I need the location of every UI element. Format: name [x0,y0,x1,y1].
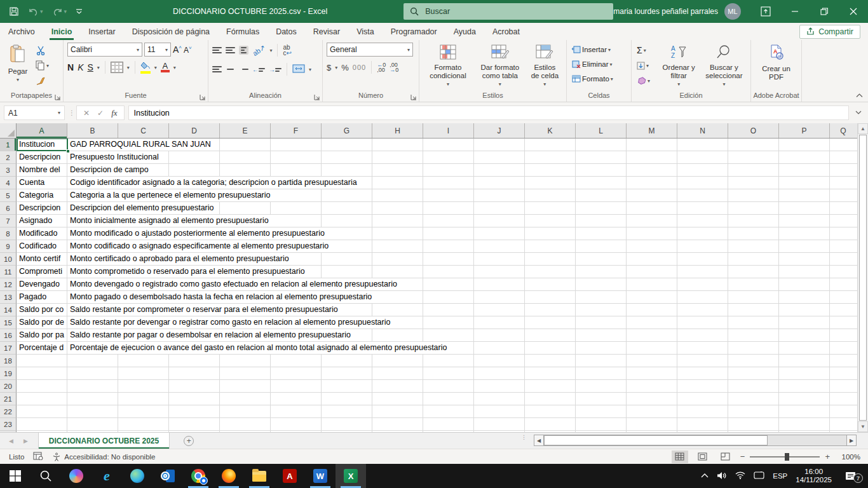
tab-f-rmulas[interactable]: Fórmulas [218,23,268,40]
row-cells-10[interactable]: Monto certifMonto certificado o aprobado… [17,253,868,266]
row-cells-4[interactable]: CuentaCodigo identificador asignado a la… [17,177,868,189]
format-as-table-button[interactable]: Dar formato como tabla ▾ [475,43,525,91]
clear-icon[interactable]: ▾ [635,74,656,87]
tab-insertar[interactable]: Insertar [80,23,123,40]
underline-icon[interactable]: S [87,62,93,72]
row-cells-13[interactable]: PagadoMonto pagado o desembolsado hasta … [17,291,868,304]
align-left-icon[interactable] [212,66,222,72]
row-header-12[interactable]: 12 [0,278,17,291]
cell-B3[interactable]: Descripcion de campo [70,164,151,176]
cell-A10[interactable]: Monto certif [19,253,66,265]
zoom-slider[interactable]: − + [740,452,830,461]
insert-cells-button[interactable]: Insertar▾ [571,43,627,56]
copy-icon[interactable]: ▾ [34,59,50,72]
cell-A13[interactable]: Pagado [19,291,66,303]
cell-B15[interactable]: Saldo restante por devengar o registrar … [70,316,392,329]
sheet-prev-icon[interactable]: ◀ [9,438,13,444]
cell-A6[interactable]: Descripcion [19,202,66,214]
normal-view-icon[interactable] [672,451,688,463]
increase-decimal-icon[interactable]: ←0,00 [377,62,386,72]
merge-center-icon[interactable] [292,64,305,75]
cell-B14[interactable]: Saldo restante por comprometer o reserva… [70,304,340,316]
cell-B5[interactable]: Categoria a la que pertenece el elemento… [70,189,273,201]
fill-handle[interactable] [66,149,70,153]
scroll-right-icon[interactable]: ▶ [846,435,857,446]
row-header-8[interactable]: 8 [0,227,17,240]
decrease-indent-icon[interactable]: ← [252,66,265,73]
cell-A11[interactable]: Comprometi [19,266,66,278]
column-header-d[interactable]: D [169,123,220,138]
comma-style-icon[interactable]: 000 [353,64,366,71]
font-dialog-launcher[interactable] [200,93,206,100]
row-cells-22[interactable] [17,405,868,418]
cell-A14[interactable]: Saldo por co [19,304,66,316]
cell-B8[interactable]: Monto modificado o ajustado posteriormen… [70,227,327,240]
taskbar-excel-icon[interactable]: X [336,464,366,488]
cell-B4[interactable]: Codigo identificador asignado a la categ… [70,177,359,189]
cell-A9[interactable]: Codificado [19,240,66,252]
tab-disposici-n-de-p-gina[interactable]: Disposición de página [124,23,218,40]
row-header-11[interactable]: 11 [0,266,17,278]
row-header-13[interactable]: 13 [0,291,17,304]
row-cells-19[interactable] [17,367,868,380]
tab-archivo[interactable]: Archivo [0,23,43,40]
row-cells-5[interactable]: CategoriaCategoria a la que pertenece el… [17,189,868,202]
close-button[interactable] [839,0,868,23]
taskbar-search-icon[interactable] [31,464,61,488]
row-header-1[interactable]: 1 [0,139,17,151]
row-cells-7[interactable]: AsignadoMonto inicialmente asignado al e… [17,215,868,227]
align-center-icon[interactable] [226,66,235,72]
tab-datos[interactable]: Datos [268,23,305,40]
row-header-10[interactable]: 10 [0,253,17,266]
row-cells-1[interactable]: InstitucionGAD PARROQUIAL RURAL SAN JUAN [17,139,868,151]
currency-icon[interactable]: $ [327,63,331,72]
wifi-icon[interactable] [735,471,745,480]
row-cells-21[interactable] [17,393,868,405]
percent-icon[interactable]: % [341,63,349,72]
column-header-b[interactable]: B [67,123,118,138]
row-cells-16[interactable]: Saldo por paSaldo restante por pagar o d… [17,329,868,342]
fill-icon[interactable]: ▾ [635,59,656,72]
cell-styles-button[interactable]: Estilos de celda ▾ [527,43,562,91]
borders-icon[interactable] [111,62,123,73]
taskbar-start-icon[interactable] [0,464,31,488]
row-cells-11[interactable]: ComprometiMonto comprometido o reservado… [17,266,868,278]
row-cells-9[interactable]: CodificadoMonto codificado o asignado es… [17,240,868,253]
row-cells-15[interactable]: Saldo por deSaldo restante por devengar … [17,316,868,329]
shrink-font-icon[interactable]: A˅ [184,45,192,55]
cell-A2[interactable]: Descripcion [19,151,66,163]
cell-A16[interactable]: Saldo por pa [19,329,66,341]
row-header-7[interactable]: 7 [0,215,17,227]
column-header-k[interactable]: K [525,123,576,138]
column-header-o[interactable]: O [728,123,779,138]
bold-icon[interactable]: N [67,62,74,72]
horizontal-scrollbar[interactable]: ◀ ▶ [534,435,857,446]
tab-split-handle[interactable]: ⋮ [521,435,526,439]
avatar[interactable]: ML [724,3,741,20]
row-header-9[interactable]: 9 [0,240,17,253]
row-cells-14[interactable]: Saldo por coSaldo restante por compromet… [17,304,868,316]
row-cells-3[interactable]: Nombre delDescripcion de campo [17,164,868,177]
sort-filter-button[interactable]: AZ Ordenar y filtrar ▾ [658,43,698,91]
tab-vista[interactable]: Vista [348,23,383,40]
row-header-23[interactable]: 23 [0,418,17,431]
row-cells-23[interactable] [17,418,868,431]
row-header-18[interactable]: 18 [0,355,17,367]
tab-revisar[interactable]: Revisar [305,23,348,40]
taskbar-outlook-icon[interactable] [153,464,183,488]
cancel-entry-icon[interactable]: ✕ [83,109,90,118]
accessibility-status[interactable]: Accesibilidad: No disponible [52,452,155,461]
zoom-out-icon[interactable]: − [740,452,745,461]
volume-icon[interactable] [717,471,727,481]
row-cells-2[interactable]: DescripcionPresupuesto Institucional [17,151,868,164]
vertical-scrollbar[interactable]: ▲ ▼ [857,123,868,432]
column-header-q[interactable]: Q [830,123,857,138]
row-header-15[interactable]: 15 [0,316,17,329]
format-cells-button[interactable]: Formato▾ [571,72,627,85]
macro-record-icon[interactable] [33,452,43,461]
zoom-thumb[interactable] [785,453,789,461]
share-button[interactable]: Compartir [799,25,860,39]
column-header-j[interactable]: J [474,123,525,138]
taskbar-edge-icon[interactable] [122,464,153,488]
font-color-icon[interactable]: A [161,62,170,72]
